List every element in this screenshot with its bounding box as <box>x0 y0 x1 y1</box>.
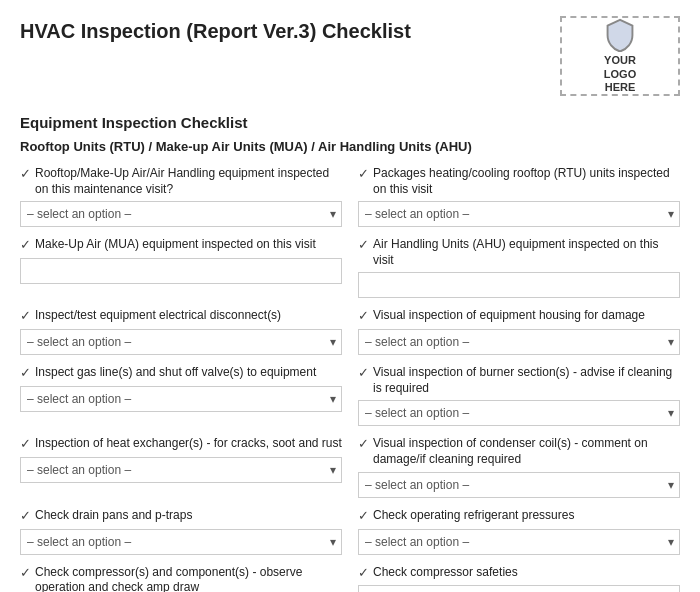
field-label-f5: ✓ Inspect/test equipment electrical disc… <box>20 308 342 325</box>
text-input-f3[interactable] <box>20 258 342 284</box>
logo-text: YOURLOGOHERE <box>604 54 636 94</box>
check-icon-f5: ✓ <box>20 308 31 325</box>
field-group-f12: ✓ Check operating refrigerant pressures … <box>358 508 680 555</box>
check-icon-f1: ✓ <box>20 166 31 183</box>
subsection-title: Rooftop Units (RTU) / Make-up Air Units … <box>20 139 680 154</box>
select-wrapper-f5: – select an option – Yes No N/A <box>20 329 342 355</box>
select-f14[interactable]: – select an option – Yes No N/A <box>358 585 680 592</box>
select-f1[interactable]: – select an option – Yes No N/A <box>20 201 342 227</box>
field-group-f10: ✓ Visual inspection of condenser coil(s)… <box>358 436 680 497</box>
select-wrapper-f2: – select an option – Yes No N/A <box>358 201 680 227</box>
field-group-f11: ✓ Check drain pans and p-traps – select … <box>20 508 342 555</box>
check-icon-f11: ✓ <box>20 508 31 525</box>
select-wrapper-f9: – select an option – Yes No N/A <box>20 457 342 483</box>
select-wrapper-f10: – select an option – Yes No N/A <box>358 472 680 498</box>
select-wrapper-f14: – select an option – Yes No N/A <box>358 585 680 592</box>
field-group-f1: ✓ Rooftop/Make-Up Air/Air Handling equip… <box>20 166 342 227</box>
select-f9[interactable]: – select an option – Yes No N/A <box>20 457 342 483</box>
field-label-f9: ✓ Inspection of heat exchanger(s) - for … <box>20 436 342 453</box>
select-f6[interactable]: – select an option – Yes No N/A <box>358 329 680 355</box>
field-group-f3: ✓ Make-Up Air (MUA) equipment inspected … <box>20 237 342 298</box>
select-wrapper-f1: – select an option – Yes No N/A <box>20 201 342 227</box>
select-f8[interactable]: – select an option – Yes No N/A <box>358 400 680 426</box>
text-input-f4[interactable] <box>358 272 680 298</box>
check-icon-f14: ✓ <box>358 565 369 582</box>
check-icon-f3: ✓ <box>20 237 31 254</box>
field-label-f7: ✓ Inspect gas line(s) and shut off valve… <box>20 365 342 382</box>
field-label-f2: ✓ Packages heating/cooling rooftop (RTU)… <box>358 166 680 197</box>
field-label-f4: ✓ Air Handling Units (AHU) equipment ins… <box>358 237 680 268</box>
shield-icon <box>604 18 636 52</box>
field-group-f13: ✓ Check compressor(s) and component(s) -… <box>20 565 342 592</box>
page-title: HVAC Inspection (Report Ver.3) Checklist <box>20 20 411 43</box>
check-icon-f9: ✓ <box>20 436 31 453</box>
fields-grid: ✓ Rooftop/Make-Up Air/Air Handling equip… <box>20 166 680 592</box>
field-label-f10: ✓ Visual inspection of condenser coil(s)… <box>358 436 680 467</box>
field-group-f2: ✓ Packages heating/cooling rooftop (RTU)… <box>358 166 680 227</box>
select-wrapper-f8: – select an option – Yes No N/A <box>358 400 680 426</box>
field-label-f13: ✓ Check compressor(s) and component(s) -… <box>20 565 342 592</box>
select-wrapper-f7: – select an option – Yes No N/A <box>20 386 342 412</box>
select-f12[interactable]: – select an option – Yes No N/A <box>358 529 680 555</box>
check-icon-f8: ✓ <box>358 365 369 382</box>
select-wrapper-f6: – select an option – Yes No N/A <box>358 329 680 355</box>
check-icon-f6: ✓ <box>358 308 369 325</box>
check-icon-f13: ✓ <box>20 565 31 582</box>
select-wrapper-f12: – select an option – Yes No N/A <box>358 529 680 555</box>
field-label-f6: ✓ Visual inspection of equipment housing… <box>358 308 680 325</box>
select-f7[interactable]: – select an option – Yes No N/A <box>20 386 342 412</box>
section-title: Equipment Inspection Checklist <box>20 114 680 131</box>
check-icon-f10: ✓ <box>358 436 369 453</box>
select-f11[interactable]: – select an option – Yes No N/A <box>20 529 342 555</box>
field-group-f5: ✓ Inspect/test equipment electrical disc… <box>20 308 342 355</box>
field-label-f12: ✓ Check operating refrigerant pressures <box>358 508 680 525</box>
field-label-f11: ✓ Check drain pans and p-traps <box>20 508 342 525</box>
check-icon-f12: ✓ <box>358 508 369 525</box>
field-label-f14: ✓ Check compressor safeties <box>358 565 680 582</box>
field-group-f6: ✓ Visual inspection of equipment housing… <box>358 308 680 355</box>
field-group-f7: ✓ Inspect gas line(s) and shut off valve… <box>20 365 342 426</box>
check-icon-f2: ✓ <box>358 166 369 183</box>
select-wrapper-f11: – select an option – Yes No N/A <box>20 529 342 555</box>
check-icon-f4: ✓ <box>358 237 369 254</box>
field-group-f14: ✓ Check compressor safeties – select an … <box>358 565 680 592</box>
field-group-f8: ✓ Visual inspection of burner section(s)… <box>358 365 680 426</box>
field-label-f8: ✓ Visual inspection of burner section(s)… <box>358 365 680 396</box>
logo-placeholder: YOURLOGOHERE <box>560 16 680 96</box>
select-f2[interactable]: – select an option – Yes No N/A <box>358 201 680 227</box>
select-f10[interactable]: – select an option – Yes No N/A <box>358 472 680 498</box>
field-group-f9: ✓ Inspection of heat exchanger(s) - for … <box>20 436 342 497</box>
page-header: HVAC Inspection (Report Ver.3) Checklist… <box>20 16 680 96</box>
select-f5[interactable]: – select an option – Yes No N/A <box>20 329 342 355</box>
field-label-f1: ✓ Rooftop/Make-Up Air/Air Handling equip… <box>20 166 342 197</box>
field-label-f3: ✓ Make-Up Air (MUA) equipment inspected … <box>20 237 342 254</box>
check-icon-f7: ✓ <box>20 365 31 382</box>
field-group-f4: ✓ Air Handling Units (AHU) equipment ins… <box>358 237 680 298</box>
